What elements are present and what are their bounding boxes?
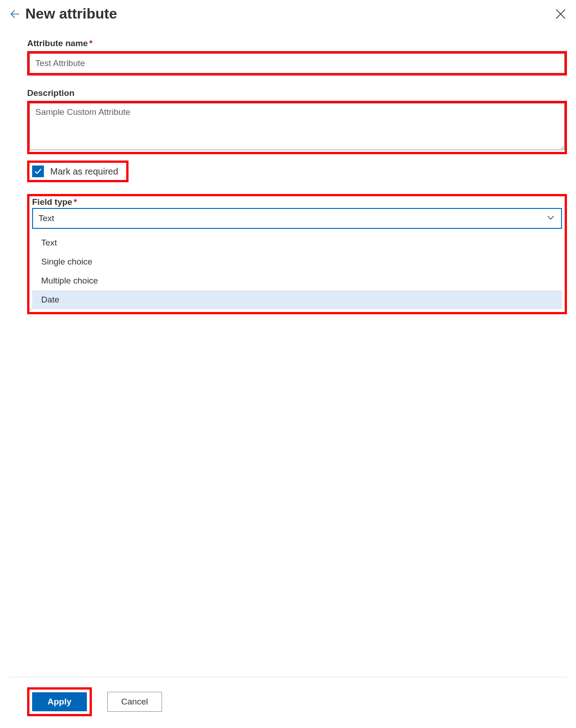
required-asterisk: *: [89, 38, 92, 48]
description-highlight: [27, 101, 567, 154]
mark-required-label: Mark as required: [50, 166, 118, 177]
cancel-button[interactable]: Cancel: [107, 692, 162, 712]
form-body: Attribute name* Description Mark as requ…: [9, 38, 567, 677]
description-input[interactable]: [29, 103, 565, 150]
chevron-down-icon: [546, 213, 556, 225]
panel-title: New attribute: [25, 5, 117, 22]
attribute-name-field: Attribute name*: [27, 38, 567, 76]
field-type-option-multiple-choice[interactable]: Multiple choice: [32, 271, 562, 290]
description-field: Description: [27, 88, 567, 154]
new-attribute-panel: New attribute Attribute name* Descriptio…: [0, 0, 576, 728]
field-type-dropdown: Text Single choice Multiple choice Date: [32, 233, 562, 309]
panel-footer: Apply Cancel: [9, 677, 567, 728]
field-type-select[interactable]: Text: [32, 208, 562, 229]
field-type-label: Field type*: [32, 197, 562, 207]
panel-header: New attribute: [9, 5, 567, 22]
attribute-name-label-text: Attribute name: [27, 38, 88, 48]
field-type-option-date[interactable]: Date: [32, 290, 562, 309]
title-wrap: New attribute: [9, 5, 117, 22]
required-asterisk: *: [74, 197, 77, 207]
footer-buttons: Apply Cancel: [27, 687, 567, 716]
field-type-wrap: Field type* Text Text Single choice Mult…: [27, 194, 567, 314]
field-type-option-single-choice[interactable]: Single choice: [32, 252, 562, 271]
attribute-name-input[interactable]: [29, 53, 565, 73]
field-type-option-text[interactable]: Text: [32, 233, 562, 252]
apply-highlight: Apply: [27, 687, 92, 716]
description-label: Description: [27, 88, 567, 98]
attribute-name-label: Attribute name*: [27, 38, 567, 48]
mark-required-highlight: Mark as required: [27, 161, 129, 182]
field-type-label-text: Field type: [32, 197, 72, 207]
field-type-highlight: Field type* Text Text Single choice Mult…: [27, 194, 567, 314]
attribute-name-highlight: [27, 51, 567, 76]
mark-required-checkbox[interactable]: [32, 165, 44, 177]
close-icon[interactable]: [554, 8, 567, 20]
apply-button[interactable]: Apply: [32, 692, 87, 711]
back-arrow-icon[interactable]: [9, 8, 21, 20]
mark-required-row[interactable]: Mark as required: [29, 163, 126, 180]
field-type-selected-value: Text: [38, 213, 54, 223]
